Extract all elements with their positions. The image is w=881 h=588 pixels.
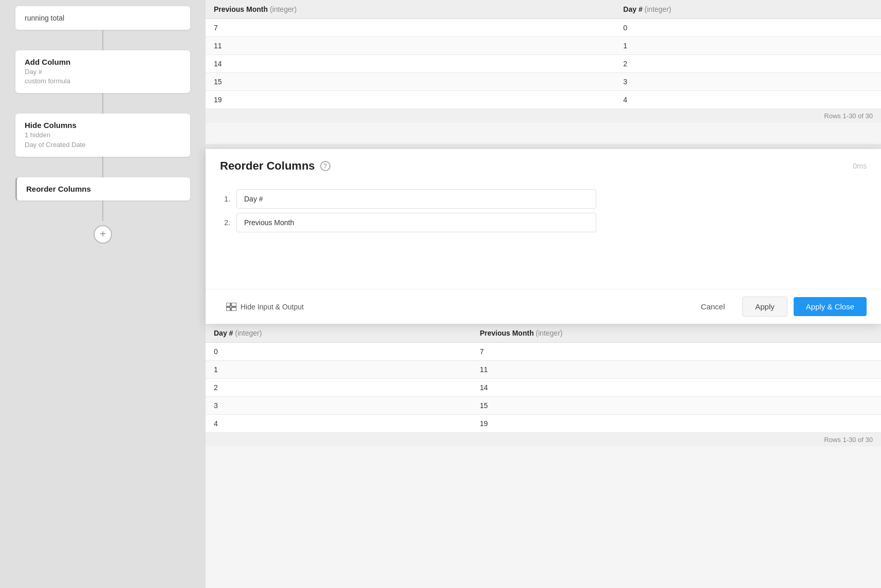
bottom-rows-info: Rows 1-30 of 30 [206, 433, 881, 447]
bottom-data-table: Day # (integer) Previous Month (integer)… [206, 324, 881, 433]
table-row: 111 [206, 37, 881, 55]
connector-1 [102, 30, 103, 50]
modal-header: Reorder Columns ? 0ms [206, 149, 881, 181]
reorder-columns-modal: Reorder Columns ? 0ms 1.2. Hide Input & … [206, 149, 881, 324]
table-row: 419 [206, 415, 881, 433]
cancel-button[interactable]: Cancel [690, 297, 737, 316]
help-icon[interactable]: ? [320, 161, 331, 171]
table-row: 214 [206, 379, 881, 397]
pipeline-node-hide-columns[interactable]: Hide Columns 1 hidden Day of Created Dat… [15, 114, 190, 156]
table-row: 194 [206, 91, 881, 109]
top-col-header-2: Day # (integer) [615, 0, 881, 19]
modal-title-container: Reorder Columns ? [220, 159, 331, 173]
grid-icon [226, 303, 236, 311]
column-list-item: 2. [220, 213, 867, 232]
svg-rect-0 [226, 303, 230, 306]
svg-rect-1 [231, 303, 236, 306]
column-list-item: 1. [220, 189, 867, 209]
connector-4 [102, 200, 103, 221]
svg-rect-2 [226, 307, 230, 311]
connector-3 [102, 157, 103, 177]
bottom-col-header-2: Previous Month (integer) [471, 324, 881, 343]
column-name-input[interactable] [236, 189, 596, 209]
modal-footer: Hide Input & Output Cancel Apply Apply &… [206, 289, 881, 324]
top-rows-info: Rows 1-30 of 30 [206, 109, 881, 123]
hide-input-label: Hide Input & Output [241, 303, 304, 311]
bottom-table-area: Day # (integer) Previous Month (integer)… [206, 324, 881, 588]
top-col-header-1: Previous Month (integer) [206, 0, 615, 19]
pipeline-node-add-column[interactable]: Add Column Day # custom formula [15, 50, 190, 93]
hide-input-output-button[interactable]: Hide Input & Output [220, 299, 310, 315]
node-sub1-add-column: Day # custom formula [25, 67, 181, 86]
modal-title-text: Reorder Columns [220, 159, 315, 173]
add-step-button[interactable]: + [94, 225, 112, 244]
table-row: 07 [206, 343, 881, 361]
top-table-area: Previous Month (integer) Day # (integer)… [206, 0, 881, 144]
node-sub-hide-columns: 1 hidden Day of Created Date [25, 131, 181, 149]
column-name-input[interactable] [236, 213, 596, 232]
column-list: 1.2. [220, 189, 867, 232]
apply-close-button[interactable]: Apply & Close [794, 297, 867, 316]
pipeline-node-partial: running total [15, 6, 190, 30]
column-number: 2. [220, 218, 230, 227]
modal-body: 1.2. [206, 181, 881, 289]
table-row: 70 [206, 19, 881, 37]
node-title-reorder-columns: Reorder Columns [26, 185, 181, 193]
table-row: 153 [206, 73, 881, 91]
column-number: 1. [220, 195, 230, 203]
node-title-hide-columns: Hide Columns [25, 121, 181, 130]
pipeline-node-reorder-columns[interactable]: Reorder Columns [15, 177, 190, 200]
partial-node-label: running total [25, 14, 64, 22]
table-row: 315 [206, 397, 881, 415]
connector-2 [102, 93, 103, 114]
pipeline: running total Add Column Day # custom fo… [0, 0, 206, 588]
modal-timing: 0ms [853, 162, 867, 170]
node-title-add-column: Add Column [25, 58, 181, 66]
table-row: 142 [206, 55, 881, 73]
top-data-table: Previous Month (integer) Day # (integer)… [206, 0, 881, 109]
bottom-col-header-1: Day # (integer) [206, 324, 471, 343]
table-row: 111 [206, 361, 881, 379]
apply-button[interactable]: Apply [742, 297, 787, 317]
svg-rect-3 [231, 307, 236, 311]
